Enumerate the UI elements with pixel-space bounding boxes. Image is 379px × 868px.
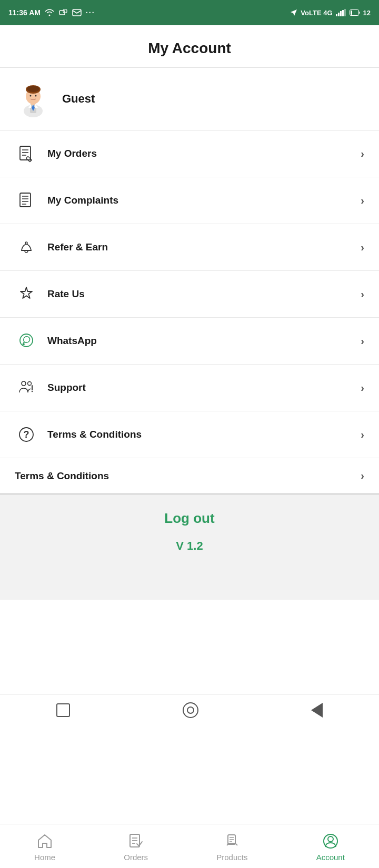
complaints-label: My Complaints [47, 195, 361, 206]
rate-chevron: › [361, 288, 364, 300]
android-nav-bar [0, 694, 379, 725]
wifi-icon [45, 9, 54, 16]
nav-item-orders[interactable]: Orders [113, 830, 158, 864]
nav-home-label: Home [34, 853, 55, 862]
menu-item-support[interactable]: Support › [0, 365, 379, 411]
version-text: V 1.2 [176, 539, 203, 553]
svg-point-30 [25, 242, 27, 244]
menu-item-orders[interactable]: My Orders › [0, 130, 379, 177]
svg-point-47 [328, 836, 333, 842]
nav-account-icon [321, 832, 340, 851]
menu-item-terms[interactable]: ? Terms & Conditions › [0, 411, 379, 458]
nav-account-label: Account [316, 853, 345, 862]
rate-icon [15, 282, 38, 306]
signal-icon [336, 9, 346, 16]
refer-chevron: › [361, 241, 364, 254]
nav-orders-label: Orders [124, 853, 148, 862]
status-right: VoLTE 4G 12 [290, 9, 371, 17]
battery-level: 12 [363, 9, 371, 17]
location-icon [290, 9, 297, 16]
svg-rect-6 [342, 10, 344, 16]
refer-label: Refer & Earn [47, 241, 361, 253]
svg-point-35 [32, 391, 33, 392]
orders-icon [15, 142, 38, 165]
user-name: Guest [62, 92, 95, 106]
menu-item-whatsapp[interactable]: WhatsApp › [0, 318, 379, 365]
complaints-icon [15, 189, 38, 212]
svg-point-31 [20, 334, 33, 347]
network-type: VoLTE 4G [301, 9, 332, 17]
teams-icon [58, 8, 68, 17]
nav-products-icon [223, 832, 242, 851]
nav-item-home[interactable]: Home [24, 830, 66, 864]
support-icon [15, 376, 38, 399]
time-display: 11:36 AM [8, 8, 41, 17]
terms-standalone-chevron: › [361, 470, 364, 482]
orders-label: My Orders [47, 148, 361, 159]
footer-actions: Log out V 1.2 [0, 494, 379, 600]
svg-rect-3 [336, 14, 337, 16]
whatsapp-icon [15, 329, 38, 352]
terms-standalone-item[interactable]: Terms & Conditions › [0, 458, 379, 494]
rate-label: Rate Us [47, 288, 361, 300]
terms-standalone-label: Terms & Conditions [15, 470, 361, 482]
svg-rect-5 [340, 11, 342, 16]
avatar [15, 80, 52, 117]
complaints-chevron: › [361, 195, 364, 207]
refer-icon [15, 236, 38, 259]
support-chevron: › [361, 382, 364, 394]
svg-point-16 [27, 86, 39, 92]
svg-point-17 [30, 95, 32, 97]
terms-label: Terms & Conditions [47, 429, 361, 440]
android-back-button[interactable] [311, 703, 323, 718]
nav-item-products[interactable]: Products [206, 830, 258, 864]
svg-point-18 [35, 95, 37, 97]
whatsapp-label: WhatsApp [47, 335, 361, 347]
svg-rect-2 [73, 9, 81, 16]
home-icon [35, 832, 54, 851]
svg-rect-24 [20, 193, 31, 207]
user-profile: Guest [0, 68, 379, 130]
svg-point-32 [22, 381, 26, 386]
page-title: My Account [0, 25, 379, 68]
nav-products-label: Products [216, 853, 247, 862]
android-home-button[interactable] [183, 702, 198, 718]
terms-icon: ? [15, 423, 38, 446]
mail-icon [72, 9, 82, 16]
menu-item-refer[interactable]: Refer & Earn › [0, 224, 379, 271]
bottom-nav: Home Orders Products [0, 824, 379, 868]
battery-outline-icon [350, 9, 360, 16]
whatsapp-chevron: › [361, 335, 364, 347]
menu-item-complaints[interactable]: My Complaints › [0, 177, 379, 224]
svg-rect-7 [344, 9, 346, 16]
svg-rect-9 [351, 11, 352, 15]
support-label: Support [47, 382, 361, 393]
android-recents-button[interactable] [56, 703, 70, 717]
nav-orders-icon [126, 832, 145, 851]
avatar-figure [15, 80, 52, 117]
menu-item-rate[interactable]: Rate Us › [0, 271, 379, 318]
dots-icon: ··· [86, 8, 95, 17]
svg-rect-19 [20, 146, 31, 160]
terms-chevron: › [361, 429, 364, 441]
orders-chevron: › [361, 148, 364, 160]
svg-rect-4 [338, 13, 340, 16]
status-left: 11:36 AM ··· [8, 8, 95, 17]
status-bar: 11:36 AM ··· VoLTE 4G [0, 0, 379, 25]
svg-point-33 [28, 382, 32, 386]
nav-item-account[interactable]: Account [306, 830, 355, 864]
logout-button[interactable]: Log out [164, 510, 214, 527]
svg-text:?: ? [24, 429, 29, 440]
